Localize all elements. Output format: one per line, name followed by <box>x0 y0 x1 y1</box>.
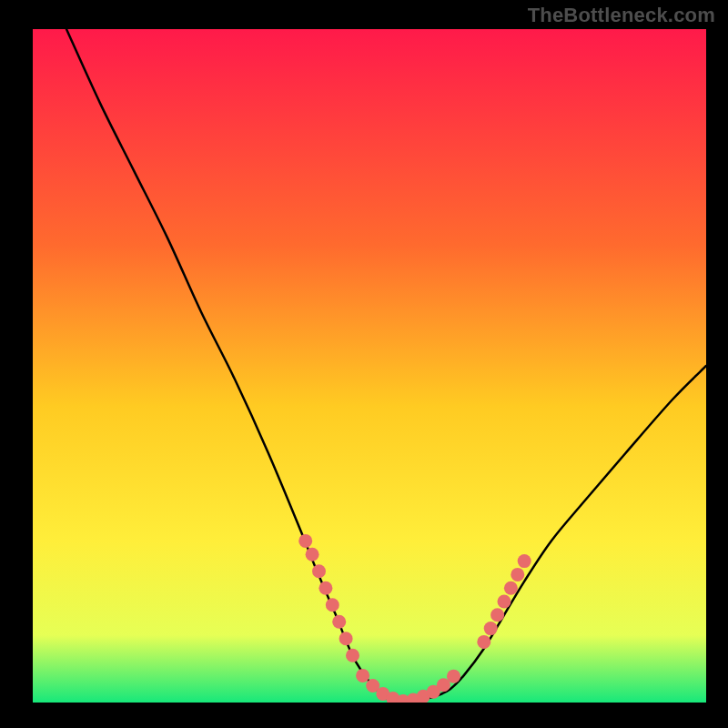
watermark-text: TheBottleneck.com <box>528 4 715 27</box>
data-point <box>332 615 346 629</box>
data-point <box>504 581 518 595</box>
data-point <box>312 564 326 578</box>
data-point <box>339 632 353 645</box>
data-point <box>511 568 524 581</box>
plot-area <box>33 29 706 703</box>
data-point <box>306 548 319 561</box>
data-point <box>498 595 511 609</box>
data-point <box>346 649 359 662</box>
data-point <box>477 635 490 649</box>
data-point <box>326 598 339 612</box>
data-point <box>447 670 460 683</box>
data-point <box>490 608 504 622</box>
data-point <box>484 622 498 635</box>
bottleneck-chart <box>33 29 706 703</box>
gradient-background <box>33 29 706 703</box>
chart-container: TheBottleneck.com <box>0 0 728 728</box>
data-point <box>318 581 332 595</box>
data-point <box>518 554 531 568</box>
data-point <box>356 669 369 682</box>
data-point <box>298 534 312 548</box>
